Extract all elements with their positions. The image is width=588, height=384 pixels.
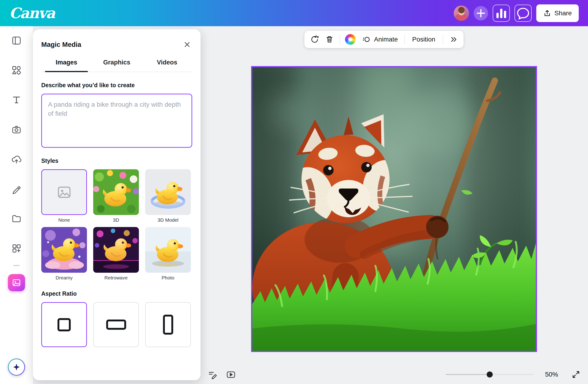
notes-icon	[207, 369, 218, 380]
aspect-option-portrait[interactable]	[145, 302, 191, 347]
brand-icon	[11, 124, 22, 135]
color-picker-button[interactable]	[343, 32, 357, 46]
share-label: Share	[554, 9, 572, 17]
color-wheel-icon	[345, 34, 356, 45]
elements-icon	[11, 65, 22, 76]
square-ratio-icon	[58, 318, 71, 331]
animate-button[interactable]: Animate	[358, 32, 401, 46]
share-button[interactable]: Share	[536, 4, 579, 22]
top-bar-actions: Share	[454, 4, 579, 22]
design-icon	[11, 35, 22, 46]
sidebar-item-design[interactable]	[8, 32, 25, 49]
style-option-photo[interactable]: Photo	[145, 227, 191, 280]
close-icon	[183, 40, 191, 49]
sidebar	[0, 26, 33, 384]
sidebar-item-magic-media[interactable]	[8, 274, 25, 291]
top-bar: Canva Share	[0, 0, 588, 26]
zoom-value[interactable]: 50%	[545, 371, 559, 378]
style-label: Retrowave	[104, 275, 127, 280]
selected-generated-image[interactable]	[251, 66, 537, 352]
present-preview-button[interactable]	[224, 367, 238, 382]
style-thumb-3d	[93, 169, 139, 215]
generate-again-icon	[310, 35, 319, 44]
magic-media-panel: Magic Media Images Graphics Videos Descr…	[33, 29, 201, 380]
style-thumb-retrowave	[93, 227, 139, 273]
style-label: Dreamy	[56, 275, 73, 280]
canva-logo[interactable]: Canva	[9, 6, 55, 21]
style-option-3d[interactable]: 3D	[93, 169, 139, 223]
sidebar-item-uploads[interactable]	[8, 151, 25, 168]
tab-graphics[interactable]: Graphics	[92, 55, 142, 72]
canva-assistant-button[interactable]	[8, 359, 25, 376]
chevrons-right-icon	[448, 35, 458, 44]
apps-grid-icon	[11, 243, 22, 254]
panel-tabs: Images Graphics Videos	[41, 55, 192, 72]
style-label: 3D	[113, 217, 119, 223]
toolbar-separator	[404, 35, 405, 44]
trash-icon	[325, 35, 334, 44]
describe-label: Describe what you’d like to create	[41, 82, 192, 88]
toolbar-separator	[340, 35, 340, 44]
style-option-3d-model[interactable]: 3D Model	[145, 169, 191, 223]
bar-chart-icon	[493, 5, 509, 21]
invite-members-button[interactable]	[474, 6, 488, 21]
style-label: None	[58, 217, 70, 223]
more-tools-button[interactable]	[446, 32, 460, 46]
sidebar-item-text[interactable]	[8, 92, 25, 108]
sidebar-item-projects[interactable]	[8, 210, 25, 227]
style-label: Photo	[162, 275, 174, 280]
add-icon	[474, 6, 488, 21]
generate-again-button[interactable]	[308, 32, 322, 46]
sidebar-item-elements[interactable]	[8, 62, 25, 79]
position-button[interactable]: Position	[408, 32, 440, 46]
styles-label: Styles	[41, 157, 192, 164]
portrait-ratio-icon	[163, 315, 173, 335]
comment-icon	[515, 5, 531, 21]
zoom-controls: 50%	[446, 367, 582, 382]
sidebar-divider	[13, 265, 20, 266]
uploads-cloud-icon	[11, 154, 22, 165]
sparkle-icon	[12, 363, 21, 372]
style-option-none[interactable]: None	[41, 169, 87, 223]
fullscreen-button[interactable]	[569, 368, 582, 381]
style-option-dreamy[interactable]: Dreamy	[41, 227, 87, 280]
zoom-slider[interactable]	[446, 371, 534, 378]
close-panel-button[interactable]	[182, 40, 192, 50]
style-thumb-dreamy	[41, 227, 87, 273]
canva-editor: Canva Share	[0, 0, 588, 384]
prompt-input[interactable]	[41, 94, 192, 148]
image-placeholder-icon	[56, 184, 72, 200]
aspect-ratio-grid	[41, 302, 192, 347]
insights-button[interactable]	[493, 5, 510, 22]
style-thumb-3d-model	[145, 169, 191, 215]
panel-header: Magic Media	[41, 29, 192, 50]
aspect-option-landscape[interactable]	[93, 302, 139, 347]
animate-label: Animate	[374, 36, 398, 43]
user-avatar[interactable]	[454, 6, 469, 21]
text-icon	[11, 95, 22, 105]
sidebar-item-brand[interactable]	[8, 121, 25, 138]
comments-button[interactable]	[514, 5, 532, 22]
context-toolbar: Animate Position	[304, 31, 463, 48]
tab-images[interactable]: Images	[41, 55, 92, 72]
toolbar-separator	[443, 35, 443, 44]
style-option-retrowave[interactable]: Retrowave	[93, 227, 139, 280]
zoom-knob[interactable]	[487, 371, 493, 378]
delete-button[interactable]	[322, 32, 336, 46]
tab-videos[interactable]: Videos	[142, 55, 192, 72]
animate-orbit-icon	[361, 35, 371, 44]
magic-media-app-icon	[8, 274, 25, 291]
style-thumb-photo	[145, 227, 191, 273]
aspect-option-square[interactable]	[41, 302, 87, 347]
style-thumb-none	[41, 169, 87, 215]
sidebar-item-apps[interactable]	[8, 240, 25, 257]
sidebar-item-draw[interactable]	[8, 181, 25, 197]
document-footer-controls	[205, 367, 238, 382]
fullscreen-expand-icon	[571, 369, 581, 380]
projects-folder-icon	[11, 213, 22, 224]
notes-button[interactable]	[205, 367, 219, 382]
panel-title: Magic Media	[41, 41, 81, 48]
red-panda-scene	[252, 67, 536, 351]
zoom-fill	[446, 374, 490, 375]
aspect-ratio-label: Aspect Ratio	[41, 290, 192, 297]
